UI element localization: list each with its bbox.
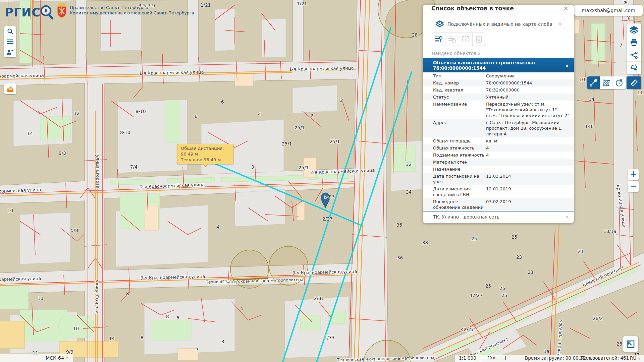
- user-account-button[interactable]: maxxshab@gmail.com: [574, 5, 643, 16]
- house-number: 13/19: [603, 229, 616, 234]
- house-number: 8-10: [136, 109, 146, 114]
- measure-distance-button[interactable]: [587, 76, 600, 89]
- house-number: 8-10: [120, 130, 130, 135]
- house-number: 11: [637, 90, 643, 95]
- house-number: 32: [406, 162, 412, 167]
- measure-area-button[interactable]: [600, 76, 613, 89]
- attribute-table: ТипСооружениеКад. номер78:00:0000000:154…: [423, 72, 574, 211]
- zoom-in-button[interactable]: +: [628, 169, 639, 180]
- attr-label: Дата постановки на учет: [433, 173, 486, 185]
- fullscreen-button[interactable]: [623, 336, 638, 352]
- house-number: 14: [589, 97, 594, 102]
- section-header-capital-construction[interactable]: Объекты капитального строительства: 78:0…: [423, 58, 574, 72]
- objects-panel: Список объектов в точке ✕ Подключённых и…: [423, 5, 574, 223]
- measure-area-icon: [602, 79, 610, 87]
- house-number: 34: [406, 189, 412, 195]
- house-number: 4: [258, 112, 261, 117]
- scale-bar-label: 20 m: [487, 356, 496, 360]
- view-list-point-button[interactable]: [432, 33, 445, 46]
- view-list-area-button[interactable]: [445, 33, 459, 46]
- layers-eye-icon: [435, 20, 444, 28]
- load-time: Время загрузки: 00:00,32: [525, 355, 586, 361]
- house-number: 146: [585, 124, 594, 129]
- rgis-logo[interactable]: РГИС: [5, 4, 54, 21]
- house-number: 14: [109, 336, 115, 341]
- spb-coat-of-arms: [56, 3, 67, 18]
- measurement-current: Текущая: 96.49 м: [181, 157, 230, 163]
- tooltip-arrow: [203, 164, 208, 167]
- house-number: 26/2: [593, 316, 603, 321]
- street-label: улица Егорова: [95, 155, 100, 188]
- house-number: 12: [74, 111, 79, 116]
- house-number: 2: [340, 98, 343, 103]
- house-number: 6: [176, 315, 179, 320]
- search-button[interactable]: [4, 26, 16, 37]
- house-number: 42/27: [470, 293, 483, 298]
- house-number: 25: [471, 236, 477, 241]
- house-number: 5/8: [71, 228, 78, 233]
- government-header: Правительство Санкт-Петербурга Комитет и…: [70, 5, 194, 16]
- orders-button[interactable]: [4, 83, 16, 94]
- house-number: 1/33: [324, 335, 334, 340]
- house-number: 36: [397, 255, 403, 260]
- attr-row: ТипСооружение: [423, 72, 574, 79]
- house-number: 28: [412, 32, 418, 38]
- view-report-button[interactable]: [473, 33, 486, 46]
- measure-tool-button[interactable]: [627, 76, 641, 89]
- house-number: 2/27: [322, 216, 332, 222]
- house-number: 25/1: [299, 165, 309, 170]
- attr-row: Адресг.Санкт-Петербург, Московский просп…: [423, 119, 574, 137]
- attr-row: Дата изменения сведений в ГКН12.01.2019: [423, 185, 574, 198]
- street-label: улица Егорова: [95, 280, 100, 313]
- share-button[interactable]: [627, 49, 641, 62]
- right-toolbar: [627, 23, 641, 74]
- attr-value: 78:32:0000000: [486, 87, 571, 93]
- menu-button[interactable]: [4, 37, 16, 47]
- house-number: 4: [240, 306, 243, 311]
- house-number: 1a: [544, 349, 549, 354]
- section-title: Объекты капитального строительства: 78:0…: [433, 60, 566, 71]
- zoom-out-button[interactable]: −: [628, 181, 639, 192]
- layers-button[interactable]: [627, 23, 641, 36]
- user-email: maxxshab@gmail.com: [582, 8, 635, 13]
- measure-radius-button[interactable]: [613, 76, 626, 89]
- layer-filter-dropdown[interactable]: Подключённых и видимых на карте слоёв ∨: [432, 19, 565, 29]
- attr-value: 11.03.2014: [486, 173, 571, 185]
- house-number: 7: [620, 43, 623, 48]
- attr-value: Пересадочный узел: ст.м. "Технологически…: [486, 101, 571, 118]
- measure-circle-icon: [615, 79, 623, 87]
- attr-row: СтатусУчтенный: [423, 94, 574, 101]
- section-header-road-network[interactable]: ТК. Улично - дорожная сеть ∨: [423, 211, 574, 223]
- rgis-logo-text: РГИС: [5, 6, 41, 19]
- svg-text:?: ?: [465, 38, 466, 41]
- select-area-button[interactable]: [627, 62, 641, 74]
- lasso-select-icon: [630, 64, 638, 72]
- attr-row: Кад. номер78:00:0000000:1544: [423, 79, 574, 86]
- contacts-button[interactable]: [4, 47, 16, 57]
- house-number: 2: [311, 113, 314, 118]
- close-icon[interactable]: ✕: [563, 5, 569, 12]
- attr-row: Общая площадькв. м: [423, 137, 574, 144]
- measure-line-icon: [590, 79, 597, 86]
- attr-value: 07.02.2019: [486, 199, 571, 210]
- ruler-icon: [630, 79, 638, 87]
- map-scale: 1:1 000: [459, 355, 476, 361]
- house-number: 10: [38, 296, 43, 301]
- attr-value: кв. м: [486, 138, 571, 144]
- house-number: 4: [216, 224, 219, 230]
- chevron-down-icon: ∨: [558, 22, 561, 26]
- attr-label: Тип: [433, 73, 486, 79]
- view-unknown-area-button[interactable]: ?: [459, 33, 473, 46]
- measurement-tooltip: Общая дистанция: 96.49 м Текущая: 96.49 …: [177, 144, 233, 164]
- list-area-icon: [448, 36, 456, 43]
- house-number: 25: [512, 234, 517, 240]
- print-button[interactable]: [627, 36, 641, 49]
- crs-selector[interactable]: МСК-64: [46, 355, 64, 361]
- house-number: 25: [499, 286, 505, 291]
- house-number: 10: [579, 77, 585, 82]
- house-number: 8: [166, 314, 169, 319]
- attr-label: Наименование: [433, 101, 486, 118]
- language-selector[interactable]: RU ∨: [630, 355, 641, 361]
- house-number: 6: [221, 99, 224, 105]
- status-bar: 1:1 000 20 m Время загрузки: 00:00,32 По…: [455, 355, 644, 362]
